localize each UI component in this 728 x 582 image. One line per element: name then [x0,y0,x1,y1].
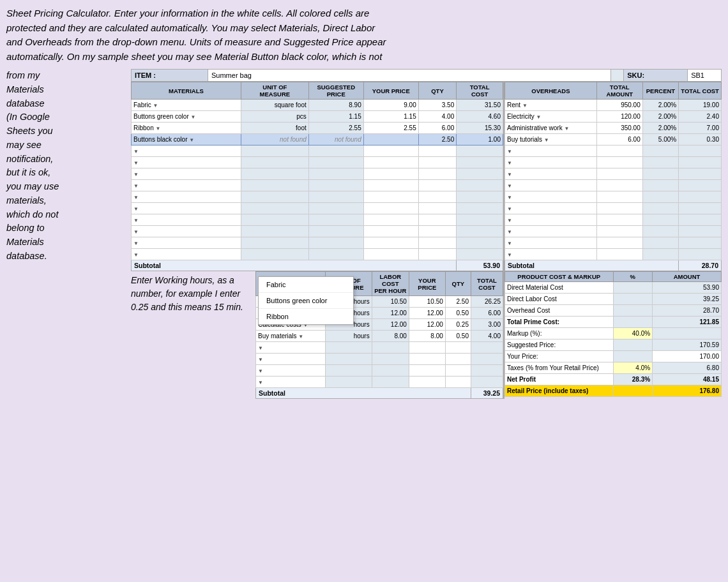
pc-label-retail-price: Retail Price (include taxes) [505,385,614,397]
pc-label-markup: Markup (%): [505,328,614,340]
oh-name-3[interactable]: Administrative work ▼ [505,123,597,134]
oh-empty-5: ▼ [505,191,722,203]
pc-amount-your-price[interactable]: 170.00 [653,351,722,362]
mat-qty-1[interactable]: 3.50 [418,100,457,111]
mat-empty-2: ▼ [132,157,503,168]
oh-empty-2: ▼ [505,157,722,168]
pc-col-header-amount: AMOUNT [653,272,722,282]
oh-name-2[interactable]: Electricity ▼ [505,111,597,123]
dl-col-header-qty: QTY [445,272,471,296]
oh-empty-4: ▼ [505,180,722,191]
mat-name-2[interactable]: Buttons green color ▼ [132,111,241,123]
outer-container: Sheet Pricing Calculator. Enter your inf… [0,0,728,582]
mat-qty-4[interactable]: 2.50 [418,134,457,146]
pc-amount-overhead: 28.70 [653,305,722,317]
mat-suggested-4: not found [308,134,363,146]
dl-labor-4: 8.00 [372,331,409,342]
dl-yourprice-2[interactable]: 12.00 [409,308,445,319]
oh-amount-2[interactable]: 120.00 [596,111,642,123]
pc-col-header-name: PRODUCT COST & MARKUP [505,272,614,282]
oh-col-header-total: TOTALAMOUNT [596,82,642,100]
mat-row-4: Buttons black color ▼ not found not foun… [132,134,503,146]
oh-amount-3[interactable]: 350.00 [596,123,642,134]
pc-percent-direct-labor [613,294,653,305]
dropdown-item-ribbon[interactable]: Ribbon [259,309,353,324]
materials-section: MATERIALS UNIT OFMEASURE SUGGESTEDPRICE … [131,82,504,271]
pc-label-direct-labor: Direct Labor Cost [505,294,614,305]
intro-line2: protected and they are calculated automa… [6,22,375,33]
oh-cost-4: 0.30 [679,134,722,146]
pc-percent-retail-price [613,385,653,397]
oh-row-1: Rent ▼ 950.00 2.00% 19.00 [505,100,722,111]
pc-percent-suggested [613,340,653,351]
dl-col-header-labor: LABOR COSTPER HOUR [372,272,409,296]
mat-name-3[interactable]: Ribbon ▼ [132,123,241,134]
oh-amount-4[interactable]: 6.00 [596,134,642,146]
dl-empty-3: ▼ [256,365,503,377]
oh-cost-2: 2.40 [679,111,722,123]
pc-label-net-profit: Net Profit [505,374,614,385]
mat-yourprice-4[interactable] [363,134,418,146]
item-value[interactable]: Summer bag [208,70,611,82]
pc-amount-direct-material: 53.90 [653,282,722,294]
item-label: ITEM : [132,70,208,82]
pc-amount-direct-labor: 39.25 [653,294,722,305]
oh-col-header-cost: TOTAL COST [679,82,722,100]
dl-qty-3[interactable]: 0.25 [445,319,471,331]
pc-col-header-percent: % [613,272,653,282]
dl-qty-2[interactable]: 0.50 [445,308,471,319]
mat-yourprice-1[interactable]: 9.00 [363,100,418,111]
pc-row-overhead: Overhead Cost 28.70 [505,305,722,317]
mat-name-1[interactable]: Fabric ▼ [132,100,241,111]
materials-dropdown[interactable]: Fabric Buttons green color Ribbon [258,276,354,325]
mat-qty-3[interactable]: 6.00 [418,123,457,134]
dl-unit-4: hours [325,331,372,342]
mat-yourprice-2[interactable]: 1.15 [363,111,418,123]
oh-row-4: Buy tutorials ▼ 6.00 5.00% 0.30 [505,134,722,146]
oh-empty-10: ▼ [505,249,722,260]
pc-percent-markup[interactable]: 40.0% [613,328,653,340]
sku-value[interactable]: SB1 [688,70,722,82]
oh-empty-7: ▼ [505,214,722,226]
oh-row-2: Electricity ▼ 120.00 2.00% 2.40 [505,111,722,123]
oh-cost-1: 19.00 [679,100,722,111]
dl-total-3: 3.00 [471,319,503,331]
dl-qty-4[interactable]: 0.50 [445,331,471,342]
pc-percent-net-profit: 28.3% [613,374,653,385]
mat-col-header-qty: QTY [418,82,457,100]
dl-yourprice-4[interactable]: 8.00 [409,331,445,342]
spreadsheet-area: ITEM : Summer bag SKU: SB1 MATERIALS UN [131,69,722,399]
oh-percent-3: 2.00% [642,123,679,134]
pc-row-retail-price: Retail Price (include taxes) 176.80 [505,385,722,397]
dl-subtotal-label: Subtotal [256,388,471,399]
dropdown-item-fabric[interactable]: Fabric [259,277,353,293]
dl-total-1: 26.25 [471,296,503,308]
pc-row-direct-labor: Direct Labor Cost 39.25 [505,294,722,305]
pc-label-direct-material: Direct Material Cost [505,282,614,294]
mat-qty-2[interactable]: 4.00 [418,111,457,123]
dl-name-4[interactable]: Buy materials ▼ [256,331,326,342]
dl-qty-1[interactable]: 2.50 [445,296,471,308]
oh-amount-1[interactable]: 950.00 [596,100,642,111]
dropdown-item-buttons-green[interactable]: Buttons green color [259,293,353,309]
pc-percent-taxes[interactable]: 4.0% [613,362,653,374]
pc-percent-overhead [613,305,653,317]
oh-name-4[interactable]: Buy tutorials ▼ [505,134,597,146]
oh-name-1[interactable]: Rent ▼ [505,100,597,111]
mat-col-header-total: TOTALCOST [457,82,503,100]
dl-empty-2: ▼ [256,354,503,365]
intro-line1: Sheet Pricing Calculator. Enter your inf… [6,8,369,19]
pc-row-taxes: Taxes (% from Your Retail Price) 4.0% 6.… [505,362,722,374]
header-table: ITEM : Summer bag SKU: SB1 [131,69,722,82]
pc-row-net-profit: Net Profit 28.3% 48.15 [505,374,722,385]
overheads-table: OVERHEADS TOTALAMOUNT PERCENT TOTAL COST… [504,82,722,271]
mat-yourprice-3[interactable]: 2.55 [363,123,418,134]
dl-subtotal-row: Subtotal 39.25 [256,388,503,399]
mat-name-4[interactable]: Buttons black color ▼ [132,134,241,146]
dl-yourprice-1[interactable]: 10.50 [409,296,445,308]
mat-total-4: 1.00 [457,134,503,146]
product-cost-section: PRODUCT COST & MARKUP % AMOUNT Direct Ma… [504,271,722,399]
mat-subtotal-label: Subtotal [132,260,457,271]
mat-subtotal-row: Subtotal 53.90 [132,260,503,271]
dl-yourprice-3[interactable]: 12.00 [409,319,445,331]
